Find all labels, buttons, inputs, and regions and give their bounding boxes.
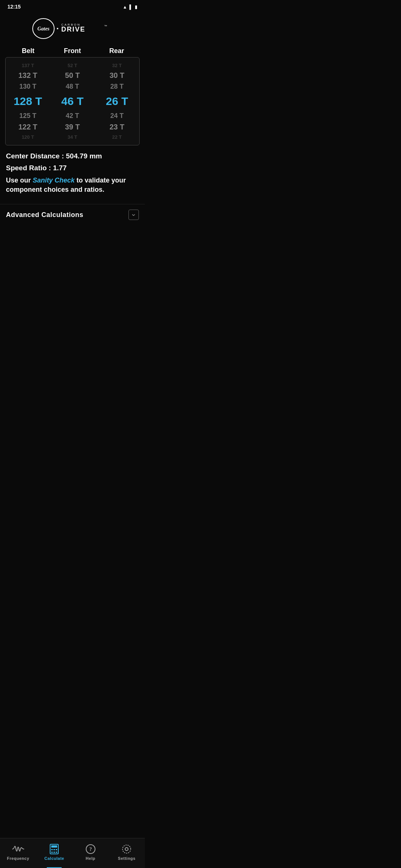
svg-text:Gates: Gates [38,26,50,32]
belt-cell: 132 T [6,70,50,80]
rear-cell: 28 T [95,82,139,91]
gates-logo: Gates CARBON DRIVE ™ [32,17,113,40]
sanity-check-link[interactable]: Sanity Check [33,177,75,184]
front-cell: 42 T [50,111,95,121]
rear-cell: 30 T [95,70,139,80]
selector-row: 132 T 50 T 30 T [6,70,139,81]
rear-cell: 24 T [95,111,139,121]
battery-icon [135,4,137,10]
belt-cell-active: 128 T [6,94,50,108]
belt-header: Belt [6,47,50,55]
expand-icon[interactable] [128,210,139,220]
rear-header: Rear [95,47,139,55]
rear-cell-active: 26 T [95,94,139,108]
front-cell-active: 46 T [50,94,95,108]
selector-row: 130 T 48 T 28 T [6,81,139,92]
center-distance: Center Distance : 504.79 mm [6,152,139,160]
belt-cell: 137 T [6,62,50,69]
signal-icon [129,4,133,10]
rear-cell: 23 T [95,122,139,132]
speed-ratio: Speed Ratio : 1.77 [6,164,139,172]
front-cell: 48 T [50,82,95,91]
status-bar: 12:15 [0,0,145,11]
selector-row: 125 T 42 T 24 T [6,111,139,121]
svg-text:DRIVE: DRIVE [61,26,85,33]
belt-cell: 122 T [6,122,50,132]
selector-row: 137 T 52 T 32 T [6,61,139,70]
front-cell: 34 T [50,134,95,141]
selector-row: 120 T 34 T 22 T [6,133,139,141]
front-cell: 52 T [50,62,95,69]
selector-row: 122 T 39 T 23 T [6,121,139,133]
advanced-label: Advanced Calculations [6,211,84,219]
belt-cell: 120 T [6,134,50,141]
front-header: Front [50,47,94,55]
belt-cell: 125 T [6,111,50,121]
status-icons [123,4,137,10]
rear-cell: 32 T [95,62,139,69]
sanity-prefix: Use our [6,177,33,184]
belt-cell: 130 T [6,82,50,91]
selector-box[interactable]: 137 T 52 T 32 T 132 T 50 T 30 T 130 T 48… [5,57,140,145]
info-section: Center Distance : 504.79 mm Speed Ratio … [0,145,145,204]
front-cell: 50 T [50,70,95,80]
selector-row-active[interactable]: 128 T 46 T 26 T [6,93,139,109]
logo-container: Gates CARBON DRIVE ™ [0,11,145,44]
advanced-calculations-section[interactable]: Advanced Calculations [0,204,145,225]
sanity-description: Use our Sanity Check to validate your co… [6,176,139,194]
svg-text:™: ™ [104,24,107,28]
column-headers: Belt Front Rear [0,44,145,57]
rear-cell: 22 T [95,134,139,141]
wifi-icon [123,4,127,10]
time-display: 12:15 [7,4,21,10]
svg-point-2 [57,28,58,29]
front-cell: 39 T [50,122,95,132]
